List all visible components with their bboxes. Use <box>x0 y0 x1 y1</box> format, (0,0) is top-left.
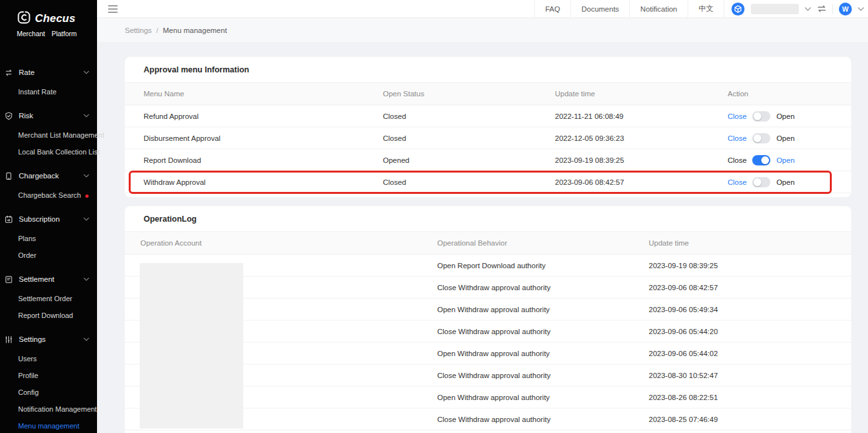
close-link[interactable]: Close <box>728 134 746 142</box>
action-cell: Close Open <box>728 155 851 165</box>
chevron-down-icon[interactable] <box>805 7 811 11</box>
col-menu-name: Menu Name <box>144 90 383 98</box>
sidebar-item-merchant-list-management[interactable]: Merchant List Management <box>0 127 97 143</box>
sliders-icon <box>5 335 13 344</box>
sidebar-item-profile[interactable]: Profile <box>0 367 97 384</box>
menu-name-cell: Report Download <box>144 156 383 164</box>
menu-name-cell: Refund Approval <box>144 112 383 120</box>
document-icon <box>5 275 13 284</box>
breadcrumb: Settings / Menu management <box>97 18 868 42</box>
status-toggle[interactable] <box>752 155 770 165</box>
close-link[interactable]: Close <box>728 178 746 186</box>
sidebar-item-order[interactable]: Order <box>0 247 97 264</box>
sidebar-section-chargeback[interactable]: Chargeback <box>0 167 97 184</box>
chevron-down-icon <box>83 70 89 74</box>
sidebar-item-instant-rate[interactable]: Instant Rate <box>0 83 97 100</box>
menu-name-cell: Disbursement Approval <box>144 134 383 142</box>
table-header: Menu Name Open Status Update time Action <box>125 83 851 105</box>
shield-check-icon <box>5 112 13 120</box>
close-link[interactable]: Close <box>728 112 746 120</box>
user-avatar[interactable]: W <box>839 3 852 16</box>
update-time-cell: 2023-09-06 05:44:02 <box>649 350 851 357</box>
topbar: FAQDocumentsNotification中文 <box>97 0 868 18</box>
col-open-status: Open Status <box>383 90 555 98</box>
approval-menu-card: Approval menu Information Menu Name Open… <box>125 57 851 197</box>
status-toggle[interactable] <box>752 177 770 187</box>
chevron-down-icon <box>83 277 89 281</box>
topbar-link--[interactable]: 中文 <box>688 0 724 17</box>
rate-swap-icon <box>5 69 13 77</box>
page-content: Approval menu Information Menu Name Open… <box>97 42 868 433</box>
menu-name-cell: Withdraw Approval <box>144 178 383 186</box>
topbar-link-notification[interactable]: Notification <box>629 0 688 17</box>
table-row: Withdraw Approval Closed 2023-09-06 08:4… <box>125 171 851 193</box>
col-update-time: Update time <box>555 90 728 98</box>
table-row: Refund Approval Closed 2022-11-21 06:08:… <box>125 105 851 127</box>
update-time-cell: 2023-09-19 08:39:25 <box>555 156 728 164</box>
app-cube-icon[interactable] <box>731 2 745 16</box>
topbar-link-faq[interactable]: FAQ <box>534 0 570 17</box>
card-device-icon <box>5 172 13 180</box>
sidebar-section-settings[interactable]: Settings <box>0 331 97 348</box>
sidebar-section: Rate Instant Rate <box>0 64 97 100</box>
breadcrumb-separator: / <box>157 26 158 34</box>
main-area: FAQDocumentsNotification中文 <box>97 0 868 433</box>
sidebar-item-config[interactable]: Config <box>0 384 97 401</box>
checus-logo-icon <box>17 10 31 27</box>
sidebar-item-menu-management[interactable]: Menu management <box>0 417 97 433</box>
divider <box>832 4 833 14</box>
operational-behavior-cell: Close Withdraw approval authority <box>437 284 649 291</box>
open-link[interactable]: Open <box>776 112 794 120</box>
topbar-link-documents[interactable]: Documents <box>570 0 629 17</box>
col-action: Action <box>728 90 851 98</box>
sidebar-item-report-download[interactable]: Report Download <box>0 307 97 324</box>
app-window: Checus Merchant Platform Rate Instant Ra… <box>0 0 868 433</box>
action-cell: Close Open <box>728 133 851 143</box>
operational-behavior-cell: Close Withdraw approval authority <box>437 328 649 335</box>
sidebar-section-rate[interactable]: Rate <box>0 64 97 81</box>
update-time-cell: 2023-09-19 08:39:25 <box>649 262 851 269</box>
status-toggle[interactable] <box>752 133 770 143</box>
account-name-redacted[interactable] <box>751 4 799 14</box>
open-status-cell: Closed <box>383 112 555 120</box>
switch-account-icon[interactable] <box>817 5 827 12</box>
operational-behavior-cell: Close Withdraw approval authority <box>437 416 649 423</box>
redaction-overlay <box>140 263 243 428</box>
menu-collapse-icon[interactable] <box>108 5 118 13</box>
update-time-cell: 2023-08-30 10:52:47 <box>649 372 851 379</box>
col-update-time: Update time <box>649 239 851 247</box>
sidebar-section-settlement[interactable]: Settlement <box>0 271 97 288</box>
sidebar-item-settlement-order[interactable]: Settlement Order <box>0 290 97 307</box>
operational-behavior-cell: Close Withdraw approval authority <box>437 372 649 379</box>
chevron-down-icon <box>83 337 89 341</box>
sidebar-item-local-bank-collection-list[interactable]: Local Bank Collection List <box>0 143 97 160</box>
sidebar-section-subscription[interactable]: Subscription <box>0 211 97 227</box>
open-status-cell: Closed <box>383 134 555 142</box>
update-time-cell: 2023-08-25 07:46:49 <box>649 416 851 423</box>
breadcrumb-settings[interactable]: Settings <box>125 26 152 34</box>
sidebar-item-chargeback-search[interactable]: Chargeback Search <box>0 187 97 204</box>
update-time-cell: 2023-09-06 08:42:57 <box>649 284 851 291</box>
open-link[interactable]: Open <box>776 178 794 186</box>
chevron-down-icon[interactable] <box>858 7 864 11</box>
update-time-cell: 2023-08-26 08:22:51 <box>649 394 851 401</box>
sidebar-item-notification-management[interactable]: Notification Management <box>0 401 97 417</box>
card-title: OperationLog <box>125 206 851 232</box>
sidebar-item-plans[interactable]: Plans <box>0 230 97 247</box>
update-time-cell: 2022-12-05 09:36:23 <box>555 134 728 142</box>
table-body: Refund Approval Closed 2022-11-21 06:08:… <box>125 105 851 193</box>
status-toggle[interactable] <box>752 111 770 121</box>
sidebar-section-risk[interactable]: Risk <box>0 107 97 124</box>
sidebar-section: Subscription PlansOrder <box>0 211 97 264</box>
open-link[interactable]: Open <box>776 156 794 164</box>
close-link[interactable]: Close <box>728 156 746 164</box>
col-operation-account: Operation Account <box>140 239 437 247</box>
table-row: Report Download Opened 2023-09-19 08:39:… <box>125 149 851 171</box>
open-link[interactable]: Open <box>776 134 794 142</box>
open-status-cell: Opened <box>383 156 555 164</box>
sidebar-item-users[interactable]: Users <box>0 350 97 367</box>
sidebar-section: Settlement Settlement OrderReport Downlo… <box>0 271 97 324</box>
brand-name: Checus <box>35 12 76 25</box>
unread-dot <box>85 195 89 198</box>
update-time-cell: 2023-09-06 08:42:57 <box>555 178 728 186</box>
